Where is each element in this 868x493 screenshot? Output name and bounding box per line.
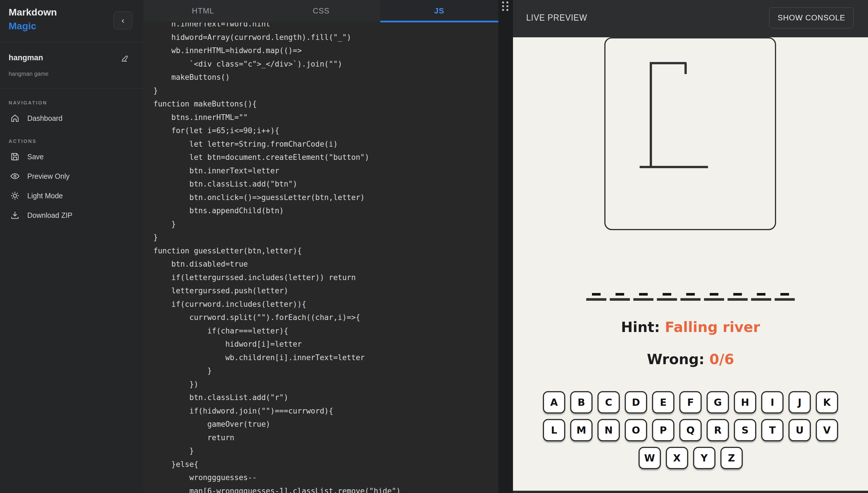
live-preview-panel: LIVE PREVIEW SHOW CONSOLE _________ Hint… bbox=[513, 0, 868, 493]
hint-value: Falling river bbox=[665, 319, 760, 336]
letter-button-v[interactable]: V bbox=[816, 419, 838, 441]
preview-body: _________ Hint: Falling river Wrong: 0/6… bbox=[513, 37, 868, 491]
show-console-button[interactable]: SHOW CONSOLE bbox=[769, 7, 854, 28]
home-icon bbox=[10, 113, 20, 123]
word-blank: _ bbox=[633, 293, 654, 301]
letter-button-b[interactable]: B bbox=[570, 391, 593, 413]
editor-tab-bar: HTMLCSSJS bbox=[144, 0, 498, 22]
word-blank: _ bbox=[751, 293, 771, 301]
word-blank: _ bbox=[727, 293, 748, 301]
section-label-navigation: NAVIGATION bbox=[8, 100, 143, 106]
divider bbox=[0, 42, 143, 43]
letter-button-t[interactable]: T bbox=[761, 419, 784, 441]
word-blank: _ bbox=[704, 293, 724, 301]
hint-text: Hint: Falling river bbox=[513, 319, 868, 336]
keyboard-row: ABCDEFGHIJK bbox=[513, 391, 868, 413]
letter-button-h[interactable]: H bbox=[734, 391, 756, 413]
sidebar-nav: NAVIGATIONDashboardACTIONSSavePreview On… bbox=[0, 89, 143, 222]
letter-button-z[interactable]: Z bbox=[720, 447, 743, 469]
word-blanks: _________ bbox=[586, 293, 795, 301]
sidebar-item-save[interactable]: Save bbox=[0, 150, 143, 164]
panel-splitter[interactable] bbox=[498, 0, 513, 493]
letter-button-w[interactable]: W bbox=[639, 447, 661, 469]
letter-button-s[interactable]: S bbox=[734, 419, 756, 441]
letter-button-m[interactable]: M bbox=[570, 419, 593, 441]
letter-button-a[interactable]: A bbox=[543, 391, 565, 413]
sidebar: Markdown Magic ‹ hangman hangman game NA… bbox=[0, 0, 144, 493]
project-description: hangman game bbox=[8, 70, 48, 77]
sidebar-item-label: Light Mode bbox=[27, 192, 63, 200]
drag-handle-icon bbox=[502, 1, 509, 12]
sidebar-item-preview-only[interactable]: Preview Only bbox=[0, 169, 143, 184]
chevron-left-icon: ‹ bbox=[122, 16, 124, 25]
letter-button-q[interactable]: Q bbox=[679, 419, 702, 441]
tab-html[interactable]: HTML bbox=[144, 0, 262, 22]
letter-button-k[interactable]: K bbox=[816, 391, 838, 413]
download-icon bbox=[10, 210, 20, 220]
letter-button-u[interactable]: U bbox=[788, 419, 811, 441]
letter-keyboard: ABCDEFGHIJKLMNOPQRSTUVWXYZ bbox=[513, 391, 868, 469]
preview-title: LIVE PREVIEW bbox=[526, 13, 587, 23]
letter-button-i[interactable]: I bbox=[761, 391, 784, 413]
pencil-icon bbox=[120, 59, 129, 64]
hangman-drawing bbox=[604, 37, 776, 230]
sidebar-item-light-mode[interactable]: Light Mode bbox=[0, 189, 143, 203]
letter-button-l[interactable]: L bbox=[543, 419, 565, 441]
letter-button-c[interactable]: C bbox=[597, 391, 620, 413]
preview-header: LIVE PREVIEW SHOW CONSOLE bbox=[513, 0, 868, 37]
letter-button-f[interactable]: F bbox=[679, 391, 702, 413]
sidebar-item-dashboard[interactable]: Dashboard bbox=[0, 111, 143, 125]
eye-icon bbox=[10, 171, 20, 181]
sidebar-collapse-button[interactable]: ‹ bbox=[113, 12, 132, 29]
code-editor-panel: HTMLCSSJS h.innerText=fword.hint hidword… bbox=[144, 0, 498, 493]
tab-css[interactable]: CSS bbox=[262, 0, 380, 22]
code-content: h.innerText=fword.hint hidword=Array(cur… bbox=[153, 23, 401, 493]
keyboard-row: LMNOPQRSTUV bbox=[513, 419, 868, 441]
project-name: hangman bbox=[8, 53, 43, 62]
letter-button-d[interactable]: D bbox=[625, 391, 647, 413]
letter-button-n[interactable]: N bbox=[597, 419, 620, 441]
sidebar-item-label: Dashboard bbox=[27, 114, 62, 123]
sidebar-item-download-zip[interactable]: Download ZIP bbox=[0, 208, 143, 222]
letter-button-j[interactable]: J bbox=[788, 391, 811, 413]
wrong-label: Wrong: bbox=[647, 351, 705, 368]
window-edge bbox=[513, 491, 868, 493]
letter-button-x[interactable]: X bbox=[666, 447, 688, 469]
keyboard-row: WXYZ bbox=[513, 447, 868, 469]
letter-button-r[interactable]: R bbox=[707, 419, 729, 441]
wrong-count: Wrong: 0/6 bbox=[513, 351, 868, 368]
letter-button-y[interactable]: Y bbox=[693, 447, 716, 469]
hint-label: Hint: bbox=[621, 319, 660, 336]
sidebar-item-label: Save bbox=[27, 153, 44, 161]
word-blank: _ bbox=[774, 293, 795, 301]
sidebar-item-label: Download ZIP bbox=[27, 211, 73, 219]
gallows-icon bbox=[605, 39, 775, 229]
word-blank: _ bbox=[680, 293, 701, 301]
letter-button-g[interactable]: G bbox=[707, 391, 729, 413]
sun-icon bbox=[10, 191, 20, 200]
app-root: Markdown Magic ‹ hangman hangman game NA… bbox=[0, 0, 868, 493]
word-blank: _ bbox=[586, 293, 606, 301]
edit-project-button[interactable] bbox=[120, 54, 129, 64]
letter-button-e[interactable]: E bbox=[652, 391, 675, 413]
code-editor[interactable]: h.innerText=fword.hint hidword=Array(cur… bbox=[144, 23, 498, 493]
word-blank: _ bbox=[657, 293, 677, 301]
save-icon bbox=[10, 152, 20, 162]
sidebar-item-label: Preview Only bbox=[27, 172, 69, 180]
section-label-actions: ACTIONS bbox=[8, 138, 143, 144]
tab-js[interactable]: JS bbox=[380, 0, 498, 22]
word-blank: _ bbox=[610, 293, 630, 301]
letter-button-p[interactable]: P bbox=[652, 419, 675, 441]
wrong-value: 0/6 bbox=[709, 351, 734, 368]
letter-button-o[interactable]: O bbox=[625, 419, 647, 441]
brand: Markdown Magic ‹ bbox=[8, 5, 135, 33]
